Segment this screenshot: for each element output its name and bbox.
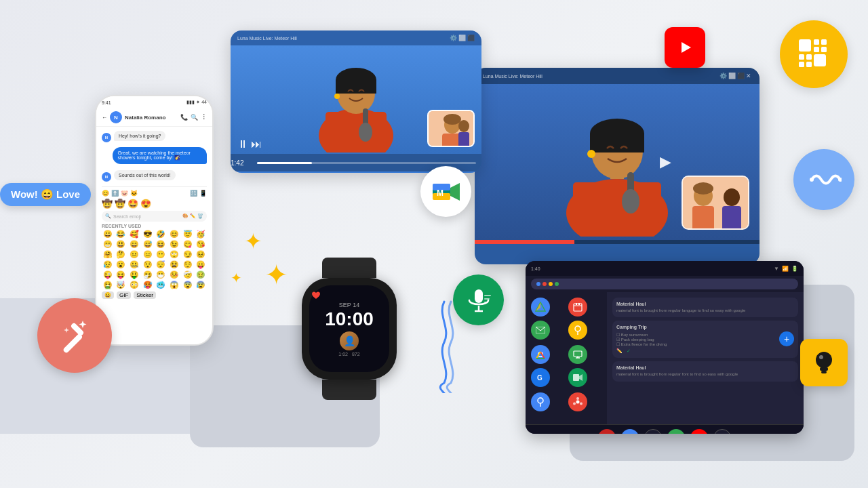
svg-rect-70: [821, 39, 827, 45]
maps-icon[interactable]: [568, 321, 587, 340]
search-dot-green: [555, 282, 559, 286]
video-main-right: ▶: [475, 84, 760, 240]
meet-logo: M: [431, 181, 461, 203]
right-bar-icons: ⚙️⬜⬛✕: [719, 73, 751, 79]
nearby-share-logo: [806, 162, 842, 197]
svg-rect-32: [574, 304, 582, 311]
youtube-logo: [672, 38, 698, 57]
phone-time: 9:41: [102, 100, 111, 105]
svg-rect-71: [814, 47, 819, 52]
svg-rect-16: [573, 182, 661, 223]
nearby-share-icon-button[interactable]: [793, 149, 854, 210]
watch-body: SEP 14 10:00 👤 1:02 872: [302, 278, 397, 380]
magic-eraser-icon-button[interactable]: [37, 298, 112, 373]
note-card-2: Camping Trip ☐ Buy sunscreen ☑ Pack slee…: [612, 321, 798, 358]
video-main-top: ⏸ ⏭: [231, 45, 481, 154]
google-tv-icon[interactable]: [568, 345, 587, 364]
google-meet-icon-button[interactable]: M: [420, 166, 471, 217]
chat-bubble-outgoing: Great, we are watching the meteor shower…: [113, 147, 208, 164]
play-button-right[interactable]: ▶: [660, 153, 671, 171]
phone-chat-area: N Hey! how's it going? Great, we are wat…: [96, 127, 212, 303]
svg-point-50: [576, 397, 579, 400]
note-add-button[interactable]: +: [779, 331, 794, 346]
svg-rect-76: [806, 62, 812, 67]
taskbar-more[interactable]: [713, 429, 731, 434]
svg-rect-5: [336, 80, 376, 94]
svg-rect-1: [326, 112, 387, 146]
svg-rect-34: [576, 303, 577, 305]
emoji-grid: 😀😂🥰😎🤣😊😇🥳 😁😃😄😅😆😉😋😘 🤗🤔😐😑😶🙄😏😣 😥😮🤐😯😴😫😌😛 😜😝🤑🤧…: [102, 230, 207, 289]
taskbar-youtube[interactable]: [690, 429, 708, 434]
emoji-search-placeholder: Search emoji: [113, 214, 141, 219]
taskbar-settings[interactable]: [667, 429, 685, 434]
video-progress-bar: [475, 240, 760, 244]
svg-rect-35: [578, 303, 580, 305]
search-dot-blue: [536, 282, 540, 286]
chromebook-device: 1:40 ▼ 📶 🔋: [526, 261, 804, 434]
back-icon[interactable]: ←: [102, 115, 107, 121]
note-card-3: Material Haul material font is brought f…: [612, 361, 798, 381]
calendar-icon[interactable]: [568, 298, 587, 317]
video-thumbnail-top: [427, 110, 475, 147]
maps-2-icon[interactable]: [531, 392, 550, 411]
google-drive-icon[interactable]: [531, 298, 550, 317]
svg-point-21: [587, 150, 595, 158]
search-dot-red: [542, 282, 547, 286]
note-item-2: ☑ Pack sleeping bag: [616, 337, 667, 342]
svg-marker-85: [450, 183, 460, 201]
chromebook-search-bar[interactable]: [531, 279, 798, 289]
svg-rect-92: [484, 302, 488, 303]
app-grid-icon-button[interactable]: [780, 20, 848, 88]
meet-small-icon[interactable]: [568, 368, 587, 387]
svg-rect-69: [814, 39, 819, 45]
svg-rect-29: [722, 206, 741, 230]
phone-chat-header: ← N Natalia Romano 📞 🔍 ⋮: [96, 108, 212, 127]
sparkle-large: ✦: [264, 261, 288, 289]
chrome-icon[interactable]: [531, 345, 550, 364]
taskbar-gmail[interactable]: [598, 429, 616, 434]
watch-stats: 1:02 872: [338, 352, 359, 357]
chat-avatar-incoming2: N: [102, 172, 111, 182]
heart-icon: [311, 290, 321, 302]
chromebook-apps: G: [526, 292, 607, 424]
search-icon[interactable]: 🔍: [191, 114, 198, 121]
youtube-icon-button[interactable]: [665, 27, 705, 68]
chromebook-topbar: 1:40 ▼ 📶 🔋: [526, 261, 804, 276]
note-3-text: material font is brought from regular fo…: [616, 371, 794, 377]
play-controls[interactable]: ⏸ ⏭: [237, 138, 262, 150]
google-icon[interactable]: G: [531, 368, 550, 387]
smartwatch: SEP 14 10:00 👤 1:02 872: [295, 258, 403, 400]
gmail-like-icon[interactable]: [531, 321, 550, 340]
svg-point-51: [580, 403, 583, 405]
google-keep-icon-button[interactable]: [800, 339, 848, 386]
svg-point-37: [575, 326, 580, 331]
svg-point-78: [810, 178, 814, 182]
watch-band-bottom: [322, 380, 376, 400]
watch-stat1: 1:02: [338, 352, 348, 357]
phone-signal: ▮▮▮ ✦ 44: [186, 100, 207, 105]
emoji-search-bar[interactable]: 🔍 Search emoji 🎨 ✏️ 🗑️: [102, 211, 207, 222]
emoji-panel-toolbar: 😊⬆️🐷🐱 🔠📱: [102, 190, 207, 197]
keep-logo: [809, 348, 839, 378]
chromebook-taskbar: [526, 424, 804, 434]
contact-avatar: N: [110, 111, 122, 123]
notification-bubble: Wow! 😄 Love: [0, 183, 91, 206]
svg-rect-72: [821, 47, 827, 52]
more-icon[interactable]: ⋮: [201, 114, 207, 121]
contact-name: Natalia Romano: [125, 115, 178, 121]
svg-rect-41: [574, 351, 582, 357]
phone-icon[interactable]: 📞: [180, 114, 188, 121]
svg-rect-90: [484, 295, 491, 296]
notification-text: Wow! 😄 Love: [11, 188, 80, 200]
voice-recorder-icon-button[interactable]: [453, 274, 504, 325]
phone-mockup: 9:41 ▮▮▮ ✦ 44 ← N Natalia Romano 📞 🔍 ⋮ N…: [95, 95, 214, 346]
svg-rect-14: [458, 132, 469, 147]
photos-icon[interactable]: [568, 392, 587, 411]
taskbar-files[interactable]: [644, 429, 662, 434]
person-illustration-top: [302, 47, 410, 152]
watch-time: 10:00: [325, 310, 374, 329]
top-bar-icons: ⚙️⬜⬛: [450, 35, 475, 41]
taskbar-chrome[interactable]: [621, 429, 639, 434]
note-item-1: ☐ Buy sunscreen: [616, 332, 667, 337]
sparkle-mid-left: ✦: [231, 271, 242, 285]
